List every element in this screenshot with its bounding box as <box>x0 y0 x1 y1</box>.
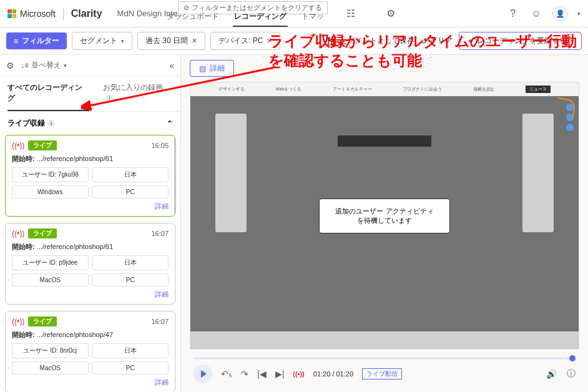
user-avatar[interactable]: 👤 <box>552 6 567 21</box>
help-icon[interactable]: ? <box>510 8 521 19</box>
info-icon[interactable]: ⓘ <box>567 368 576 380</box>
summarize-button[interactable]: ✦レコーディングを要約する▾ <box>459 32 582 50</box>
card-detail-link[interactable]: 詳細 <box>12 290 169 299</box>
live-badge: ライブ配信 <box>362 368 402 380</box>
tab-favorites[interactable]: お気に入りの録画i <box>103 76 173 111</box>
main-nav-tabs: ダッシュボード レコーディング トマッ <box>165 7 325 27</box>
live-section-header[interactable]: ライブ収録i ⌃ <box>0 112 180 135</box>
microsoft-logo: Microsoft <box>7 9 56 19</box>
tab-dashboard[interactable]: ダッシュボード <box>165 7 220 27</box>
chevron-down-icon[interactable]: ▾ <box>577 11 581 17</box>
top-bar: Microsoft Clarity MdN Design Inte... ⊘フィ… <box>0 0 588 27</box>
save-segment-button[interactable]: 💾セグメントとして保存 <box>327 36 414 46</box>
tab-recording[interactable]: レコーディング <box>233 7 288 27</box>
volume-icon[interactable]: 🔊 <box>546 369 557 379</box>
skip-back-icon[interactable]: ↶₅ <box>221 369 232 379</box>
card-detail-link[interactable]: 詳細 <box>12 378 169 387</box>
collapse-sidebar-icon[interactable]: « <box>169 61 174 71</box>
recording-card[interactable]: ((•))ライブ16:07 開始時: .../reference/phtosho… <box>5 223 175 305</box>
gear-icon[interactable]: ⚙ <box>386 7 395 19</box>
filter-bar: ≡フィルター セグメント▾ 過去 30 日間✕ デバイス: PC✕ 💾セグメント… <box>0 27 588 55</box>
time-display: 01:20 / 01:20 <box>313 370 353 378</box>
prev-icon[interactable]: |◀ <box>257 369 267 379</box>
recording-card[interactable]: ((•))ライブ16:07 開始時: .../reference/phtosho… <box>5 311 175 392</box>
main-panel: ▤詳細 デザインするWebをつくるアート＆カルチャープロダクトに出会う連載を読む… <box>181 55 588 392</box>
waiting-message: 追加のユーザー アクティビティを待機しています <box>319 198 450 233</box>
tab-all-recordings[interactable]: すべてのレコーディング <box>7 76 89 111</box>
feedback-icon[interactable]: ☺ <box>531 8 542 19</box>
chevron-up-icon: ⌃ <box>167 119 173 128</box>
tab-heatmap[interactable]: トマッ <box>300 7 325 27</box>
play-button[interactable] <box>194 365 212 383</box>
graph-icon[interactable]: ☷ <box>346 7 355 19</box>
period-chip[interactable]: 過去 30 日間✕ <box>137 32 205 50</box>
sort-dropdown[interactable]: ↓≡ 並べ替え ▾ <box>21 60 67 71</box>
segment-dropdown[interactable]: セグメント▾ <box>72 32 132 50</box>
nav-icons: ☷ ⚙ <box>346 7 395 19</box>
clear-button[interactable]: ↺クリア <box>421 36 453 46</box>
sidebar: ⚙ ↓≡ 並べ替え ▾ « すべてのレコーディング お気に入りの録画i ライブ収… <box>0 55 181 392</box>
next-icon[interactable]: ▶| <box>275 369 285 379</box>
filter-button[interactable]: ≡フィルター <box>6 32 67 49</box>
recording-card[interactable]: ((•))ライブ16:05 開始時: .../reference/phtosho… <box>5 135 175 217</box>
detail-button[interactable]: ▤詳細 <box>190 60 234 77</box>
device-chip[interactable]: デバイス: PC✕ <box>210 32 280 50</box>
session-viewer[interactable]: デザインするWebをつくるアート＆カルチャープロダクトに出会う連載を読むニュース… <box>190 82 579 350</box>
card-detail-link[interactable]: 詳細 <box>12 202 169 211</box>
player-controls: ↶₅ ↷ |◀ ▶| ((•)) 01:20 / 01:20 ライブ配信 🔊 ⓘ <box>181 355 588 392</box>
product-name: Clarity <box>71 8 102 19</box>
settings-icon[interactable]: ⚙ <box>6 61 14 71</box>
live-indicator: ((•)) <box>293 370 305 378</box>
progress-bar[interactable] <box>194 357 576 360</box>
skip-fwd-icon[interactable]: ↷ <box>241 369 248 379</box>
